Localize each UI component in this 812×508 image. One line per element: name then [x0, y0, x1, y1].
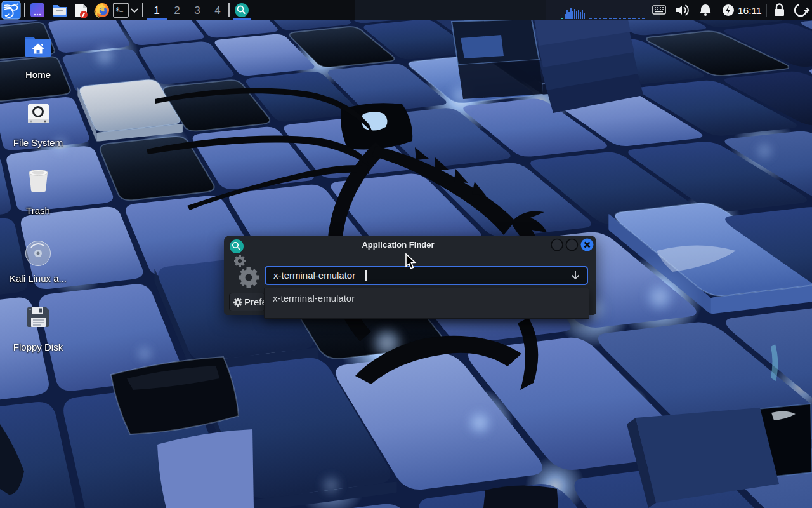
- svg-text:16:11: 16:11: [738, 5, 762, 16]
- svg-text:3: 3: [194, 4, 200, 17]
- svg-text:4: 4: [214, 4, 220, 17]
- svg-text:2: 2: [174, 4, 180, 17]
- svg-text:$_: $_: [116, 7, 123, 13]
- svg-text:1: 1: [154, 4, 159, 17]
